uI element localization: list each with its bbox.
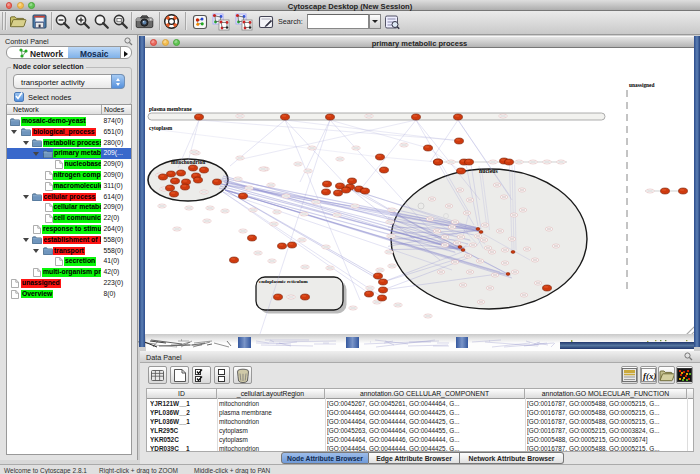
svg-text:nucleus: nucleus bbox=[479, 168, 498, 174]
svg-text:mitochondrion: mitochondrion bbox=[171, 159, 205, 165]
svg-text:endoplasmic reticulum: endoplasmic reticulum bbox=[259, 279, 308, 284]
svg-text:plasma membrane: plasma membrane bbox=[149, 106, 192, 112]
svg-text:f(x): f(x) bbox=[643, 371, 656, 381]
svg-text:unassigned: unassigned bbox=[629, 82, 654, 88]
svg-text:cytoplasm: cytoplasm bbox=[149, 125, 173, 131]
